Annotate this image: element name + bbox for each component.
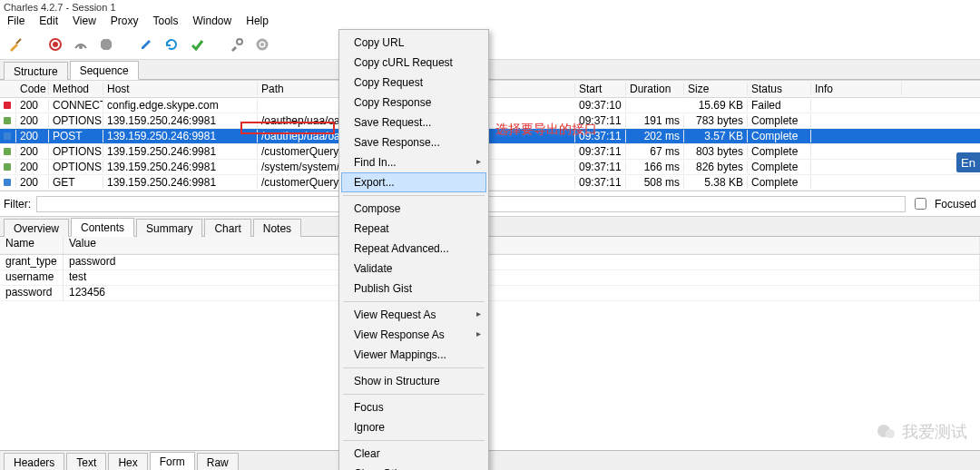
- col-info[interactable]: Info: [811, 83, 902, 95]
- cell-start: 09:37:11: [575, 176, 626, 189]
- stop-icon[interactable]: [96, 34, 116, 54]
- col-size[interactable]: Size: [684, 83, 748, 95]
- table-row[interactable]: 200OPTIONS139.159.250.246:9981/customerQ…: [0, 144, 980, 160]
- cell-size: 783 bytes: [684, 114, 748, 127]
- throttle-icon[interactable]: [71, 34, 91, 54]
- tab-text[interactable]: Text: [66, 453, 106, 470]
- menu-item[interactable]: Viewer Mappings...: [341, 345, 486, 365]
- menu-window[interactable]: Window: [190, 15, 236, 27]
- filter-bar: Filter: Focused: [0, 191, 980, 217]
- table-row[interactable]: 200POST139.159.250.246:9981/oauthep/uaa/…: [0, 129, 980, 144]
- menu-item[interactable]: Clear: [341, 444, 486, 464]
- col-status[interactable]: Status: [748, 83, 811, 95]
- cell-status: Failed: [748, 99, 811, 112]
- tab-chart[interactable]: Chart: [204, 219, 250, 237]
- table-row[interactable]: 200GET139.159.250.246:9981/customerQuery…: [0, 175, 980, 191]
- svg-point-9: [886, 429, 895, 438]
- table-row[interactable]: 200CONNECTconfig.edge.skype.com09:37:101…: [0, 98, 980, 113]
- tab-structure[interactable]: Structure: [4, 62, 68, 80]
- filter-label: Filter:: [4, 198, 31, 211]
- nv-row[interactable]: password123456: [0, 286, 980, 301]
- nv-row[interactable]: usernametest: [0, 270, 980, 286]
- cell-host: 139.159.250.246:9981: [103, 130, 258, 142]
- menu-help[interactable]: Help: [242, 15, 272, 27]
- menu-item[interactable]: Copy Request: [341, 73, 486, 93]
- cell-size: 3.57 KB: [684, 130, 748, 142]
- menu-item[interactable]: Show in Structure: [341, 371, 486, 391]
- ime-indicator[interactable]: En: [956, 152, 980, 172]
- menu-separator: [343, 195, 485, 196]
- menu-bar: File Edit View Proxy Tools Window Help: [0, 13, 980, 29]
- cell-code: 200: [16, 145, 49, 158]
- tab-hex[interactable]: Hex: [108, 453, 147, 470]
- nv-value: test: [64, 270, 980, 286]
- nv-list[interactable]: grant_typepasswordusernametestpassword12…: [0, 255, 980, 301]
- tab-form[interactable]: Form: [150, 452, 195, 470]
- edit-icon[interactable]: [136, 34, 156, 54]
- menu-item[interactable]: Focus: [341, 397, 486, 417]
- col-start[interactable]: Start: [575, 83, 626, 95]
- request-list[interactable]: 200CONNECTconfig.edge.skype.com09:37:101…: [0, 98, 980, 191]
- menu-item[interactable]: Export...: [341, 172, 486, 192]
- menu-item[interactable]: Validate: [341, 259, 486, 279]
- cell-duration: 202 ms: [626, 130, 684, 142]
- cell-status: Complete: [748, 176, 811, 189]
- cell-host: config.edge.skype.com: [103, 99, 258, 112]
- nv-col-name[interactable]: Name: [0, 237, 64, 254]
- cell-size: 803 bytes: [684, 145, 748, 158]
- tab-headers[interactable]: Headers: [4, 453, 64, 470]
- check-icon[interactable]: [187, 34, 207, 54]
- menu-item[interactable]: Repeat Advanced...: [341, 239, 486, 259]
- tab-contents[interactable]: Contents: [71, 218, 134, 237]
- menu-item[interactable]: Copy Response: [341, 93, 486, 113]
- menu-item[interactable]: Copy URL: [341, 33, 486, 53]
- cell-start: 09:37:11: [575, 145, 626, 158]
- menu-proxy[interactable]: Proxy: [107, 15, 142, 27]
- menu-item[interactable]: Save Request...: [341, 113, 486, 132]
- nv-row[interactable]: grant_typepassword: [0, 255, 980, 270]
- col-code[interactable]: Code: [16, 83, 49, 95]
- broom-icon[interactable]: [5, 34, 25, 54]
- cell-size: 5.38 KB: [684, 176, 748, 189]
- menu-item[interactable]: Clear Others: [341, 464, 486, 470]
- menu-item[interactable]: View Response As: [341, 325, 486, 345]
- settings-icon[interactable]: [252, 34, 272, 54]
- menu-separator: [343, 367, 485, 368]
- table-row[interactable]: 200OPTIONS139.159.250.246:9981/system/sy…: [0, 160, 980, 175]
- col-host[interactable]: Host: [103, 83, 258, 95]
- cell-start: 09:37:11: [575, 114, 626, 127]
- menu-file[interactable]: File: [4, 15, 28, 27]
- tab-notes[interactable]: Notes: [253, 219, 301, 237]
- menu-item[interactable]: Find In...: [341, 152, 486, 172]
- nv-value: password: [64, 255, 980, 270]
- record-icon[interactable]: [45, 34, 65, 54]
- cell-method: OPTIONS: [49, 145, 103, 158]
- cell-host: 139.159.250.246:9981: [103, 161, 258, 173]
- row-status-icon: [0, 176, 16, 189]
- focused-checkbox[interactable]: [915, 198, 926, 210]
- menu-item[interactable]: Save Response...: [341, 132, 486, 152]
- menu-item[interactable]: Repeat: [341, 219, 486, 239]
- menu-item[interactable]: View Request As: [341, 305, 486, 325]
- col-duration[interactable]: Duration: [626, 83, 684, 95]
- tab-sequence[interactable]: Sequence: [70, 61, 139, 80]
- nv-col-value[interactable]: Value: [64, 237, 980, 254]
- menu-item[interactable]: Publish Gist: [341, 279, 486, 299]
- menu-tools[interactable]: Tools: [150, 15, 182, 27]
- payload-tabs: Headers Text Hex Form Raw: [0, 450, 980, 470]
- col-method[interactable]: Method: [49, 83, 103, 95]
- menu-item[interactable]: Ignore: [341, 417, 486, 437]
- menu-edit[interactable]: Edit: [35, 15, 62, 27]
- menu-item[interactable]: Compose: [341, 199, 486, 219]
- menu-view[interactable]: View: [69, 15, 100, 27]
- tools-icon[interactable]: [227, 34, 247, 54]
- nv-name: password: [0, 286, 64, 301]
- cell-status: Complete: [748, 145, 811, 158]
- row-status-icon: [0, 130, 16, 142]
- menu-item[interactable]: Copy cURL Request: [341, 53, 486, 73]
- table-row[interactable]: 200OPTIONS139.159.250.246:9981/oauthep/u…: [0, 113, 980, 129]
- refresh-icon[interactable]: [162, 34, 181, 54]
- tab-raw[interactable]: Raw: [197, 453, 239, 470]
- tab-overview[interactable]: Overview: [4, 219, 69, 237]
- tab-summary[interactable]: Summary: [136, 219, 202, 237]
